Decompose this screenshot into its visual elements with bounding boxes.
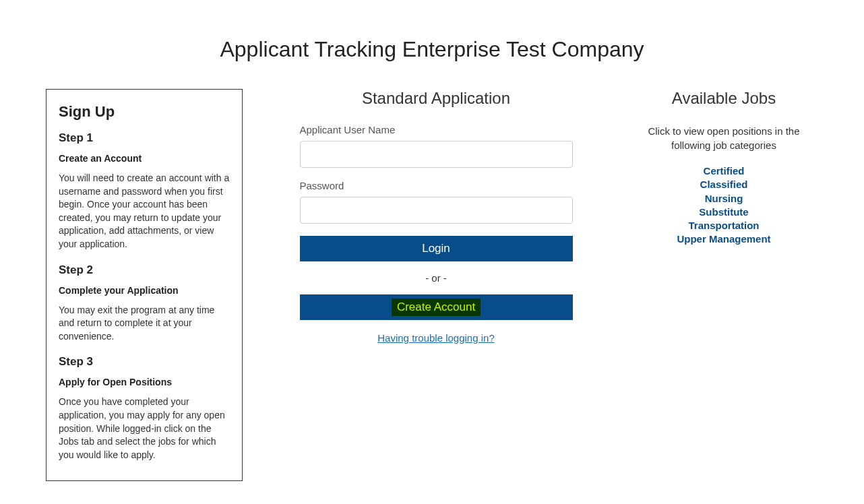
step3-title: Step 3 [59, 355, 230, 369]
login-panel: Standard Application Applicant User Name… [288, 89, 584, 481]
job-category-transportation[interactable]: Transportation [629, 219, 818, 232]
step2-title: Step 2 [59, 263, 230, 277]
create-account-button[interactable]: Create Account [300, 294, 573, 320]
username-input[interactable] [300, 141, 573, 168]
trouble-logging-in-link[interactable]: Having trouble logging in? [300, 332, 573, 344]
step3-body: Once you have completed your application… [59, 396, 230, 462]
login-heading: Standard Application [362, 89, 510, 108]
username-label: Applicant User Name [300, 124, 573, 135]
create-account-label: Create Account [392, 298, 481, 316]
main-container: Sign Up Step 1 Create an Account You wil… [0, 89, 864, 481]
login-form: Applicant User Name Password Login - or … [300, 124, 573, 344]
login-button[interactable]: Login [300, 236, 573, 261]
job-category-upper-management[interactable]: Upper Management [629, 232, 818, 246]
step2-subtitle: Complete your Application [59, 285, 230, 296]
job-category-certified[interactable]: Certified [629, 164, 818, 178]
job-category-nursing[interactable]: Nursing [629, 192, 818, 206]
or-separator: - or - [300, 272, 573, 284]
step1-subtitle: Create an Account [59, 153, 230, 164]
jobs-panel: Available Jobs Click to view open positi… [629, 89, 818, 481]
signup-heading: Sign Up [59, 103, 230, 121]
password-input[interactable] [300, 197, 573, 224]
job-category-classified[interactable]: Classified [629, 178, 818, 191]
jobs-subtext: Click to view open positions in the foll… [629, 124, 818, 152]
step3-subtitle: Apply for Open Positions [59, 377, 230, 387]
job-category-substitute[interactable]: Substitute [629, 206, 818, 219]
step2-body: You may exit the program at any time and… [59, 304, 230, 344]
step1-title: Step 1 [59, 131, 230, 145]
signup-panel: Sign Up Step 1 Create an Account You wil… [46, 89, 243, 481]
password-label: Password [300, 180, 573, 191]
page-title: Applicant Tracking Enterprise Test Compa… [0, 37, 864, 62]
jobs-heading: Available Jobs [629, 89, 818, 108]
step1-body: You will need to create an account with … [59, 172, 230, 251]
